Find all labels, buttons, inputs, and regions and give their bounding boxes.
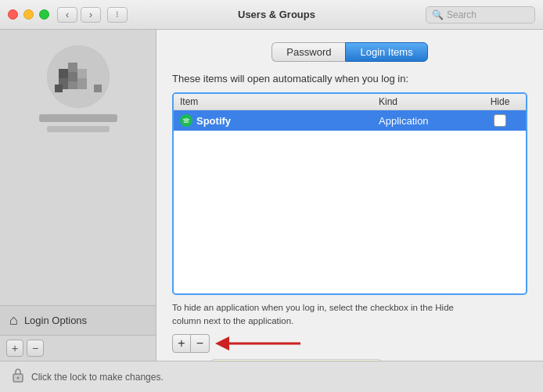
svg-rect-3 <box>77 69 87 78</box>
hide-checkbox[interactable] <box>494 114 506 127</box>
arrow-area <box>214 334 308 353</box>
search-placeholder: Search <box>447 9 476 20</box>
column-header-kind: Kind <box>379 96 480 107</box>
titlebar: ‹ › ⁝ Users & Groups 🔍 Search <box>0 0 543 30</box>
minimize-button[interactable] <box>23 9 34 20</box>
add-item-button[interactable]: + <box>172 334 191 353</box>
svg-rect-8 <box>55 85 63 92</box>
content-panel: Password Login Items These items will op… <box>156 30 543 361</box>
column-header-item: Item <box>180 96 379 107</box>
column-header-hide: Hide <box>480 96 520 107</box>
nav-buttons: ‹ › ⁝ <box>57 7 128 23</box>
lock-icon[interactable] <box>11 366 25 387</box>
red-arrow-icon <box>214 334 308 353</box>
search-icon: 🔍 <box>432 9 444 20</box>
sidebar: ⌂ Login Options + − <box>0 30 156 361</box>
tab-bar: Password Login Items <box>172 42 527 62</box>
spotify-icon <box>180 114 192 127</box>
spotify-label: Spotify <box>196 115 231 127</box>
back-button[interactable]: ‹ <box>57 7 77 23</box>
items-table: Item Kind Hide Spotify <box>172 92 527 295</box>
sidebar-remove-button[interactable]: − <box>27 340 44 357</box>
sidebar-bottom-controls: + − <box>0 335 156 361</box>
home-icon: ⌂ <box>9 312 18 329</box>
table-cell-item: Spotify <box>180 114 379 127</box>
avatar <box>47 45 110 108</box>
forward-button[interactable]: › <box>81 7 101 23</box>
tab-login-items[interactable]: Login Items <box>345 42 427 62</box>
table-cell-kind: Application <box>379 115 480 127</box>
user-name-blurred <box>39 114 117 122</box>
table-cell-hide <box>480 114 520 127</box>
lock-bar: Click the lock to make changes. <box>0 361 543 392</box>
svg-rect-1 <box>59 69 68 78</box>
tooltip-box: Remove the selected item from the list. <box>211 359 381 361</box>
svg-point-13 <box>17 377 20 379</box>
window-controls <box>8 9 49 20</box>
main-area: ⌂ Login Options + − Password Login Items… <box>0 30 543 361</box>
svg-rect-9 <box>94 85 102 92</box>
close-button[interactable] <box>8 9 18 20</box>
table-row[interactable]: Spotify Application <box>174 110 526 131</box>
login-options-label: Login Options <box>24 315 87 326</box>
svg-rect-2 <box>68 63 77 72</box>
grid-button[interactable]: ⁝ <box>107 7 128 23</box>
table-body: Spotify Application <box>174 110 526 293</box>
maximize-button[interactable] <box>39 9 49 20</box>
bottom-controls: + − Remove the selected item from the li… <box>172 334 527 353</box>
tab-password[interactable]: Password <box>272 42 345 62</box>
lock-text: Click the lock to make changes. <box>31 372 164 383</box>
svg-rect-4 <box>68 72 77 81</box>
description-text: These items will open automatically when… <box>172 73 527 85</box>
remove-item-button[interactable]: − <box>191 334 210 353</box>
svg-rect-7 <box>68 81 77 89</box>
table-header: Item Kind Hide <box>174 94 526 110</box>
add-remove-buttons: + − <box>172 334 210 353</box>
search-bar[interactable]: 🔍 Search <box>426 6 535 23</box>
user-role-blurred <box>47 126 110 132</box>
svg-rect-6 <box>77 78 87 89</box>
window-title: Users & Groups <box>128 9 426 20</box>
sidebar-item-login-options[interactable]: ⌂ Login Options <box>0 305 156 335</box>
sidebar-add-button[interactable]: + <box>6 340 23 357</box>
footer-hint: To hide an application when you log in, … <box>172 301 527 329</box>
user-avatar-area <box>0 30 156 179</box>
